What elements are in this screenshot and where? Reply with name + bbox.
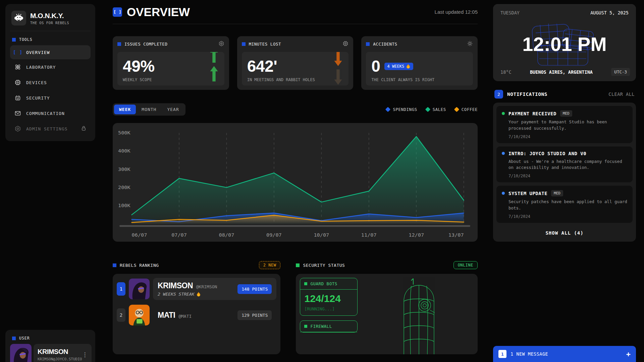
app-name: M.O.N.K.Y. bbox=[30, 12, 69, 20]
svg-text:08/07: 08/07 bbox=[219, 232, 234, 238]
new-message-bar[interactable]: 1 1 NEW MESSAGE + bbox=[493, 346, 636, 362]
sidebar-item-communication[interactable]: COMMUNICATION bbox=[10, 106, 91, 121]
sidebar-item-overview[interactable]: [ ] OVERVIEW bbox=[10, 45, 91, 59]
page-title: OVERVIEW bbox=[127, 5, 190, 19]
stats-row: ISSUES COMPLETED 49% WEEKLY SCOPE bbox=[113, 36, 478, 90]
trend-down-arrows-icon bbox=[334, 52, 342, 85]
ranking-panel: 1 KRIMSON bbox=[113, 274, 280, 354]
tab-week[interactable]: WEEK bbox=[114, 105, 136, 114]
new-count-badge: 2 NEW bbox=[259, 261, 281, 269]
legend-spendings[interactable]: SPENDINGS bbox=[386, 107, 417, 112]
notifications-header: 2 NOTIFICATIONS CLEAR ALL bbox=[494, 90, 635, 99]
sidebar-user-card: USER KRIMSON KRIMSON@JOYCO.STUDIO bbox=[5, 330, 95, 362]
rank-badge: 2 bbox=[117, 308, 125, 322]
nut-icon[interactable] bbox=[218, 41, 224, 48]
online-badge: ONLINE bbox=[453, 261, 478, 269]
clear-all-button[interactable]: CLEAR ALL bbox=[608, 92, 635, 97]
user-menu-dots-icon[interactable]: ⋮ bbox=[82, 351, 88, 358]
guard-bot-wireframe bbox=[364, 278, 474, 350]
notification-intro[interactable]: INTRO: JOYCO STUDIO AND V0 About us - We… bbox=[496, 146, 633, 183]
notification-title: PAYMENT RECEIVED bbox=[508, 111, 556, 116]
notification-system-update[interactable]: SYSTEM UPDATE MED Security patches have … bbox=[496, 186, 633, 223]
temperature: 18°C bbox=[500, 69, 512, 75]
gear-icon[interactable] bbox=[467, 41, 473, 48]
svg-text:09/07: 09/07 bbox=[266, 232, 282, 238]
security-panel: GUARD BOTS 124/124 [RUNNING...] FIREWALL bbox=[296, 274, 478, 354]
notification-date: 7/10/2024 bbox=[508, 214, 627, 219]
clock-time: 12:01 PM bbox=[493, 33, 636, 55]
svg-text:500K: 500K bbox=[118, 130, 130, 135]
svg-text:07/07: 07/07 bbox=[171, 232, 187, 238]
fire-icon bbox=[406, 64, 410, 69]
range-tabs: WEEK MONTH YEAR bbox=[113, 103, 185, 116]
stat-card-issues: ISSUES COMPLETED 49% WEEKLY SCOPE bbox=[113, 36, 229, 90]
sidebar: M.O.N.K.Y. THE OS FOR REBELS TOOLS [ ] O… bbox=[0, 0, 101, 362]
section-title: REBELS RANKING bbox=[120, 263, 159, 268]
message-count-badge: 1 bbox=[498, 350, 506, 358]
svg-text:400K: 400K bbox=[118, 148, 130, 154]
sidebar-item-security[interactable]: SECURITY bbox=[10, 90, 91, 106]
tab-year[interactable]: YEAR bbox=[162, 105, 184, 114]
section-title: SECURITY STATUS bbox=[303, 263, 345, 268]
notification-title: SYSTEM UPDATE bbox=[508, 191, 547, 196]
sidebar-item-admin-settings[interactable]: ADMIN SETTINGS bbox=[10, 121, 91, 136]
points-badge: 148 POINTS bbox=[237, 284, 272, 294]
svg-text:13/07: 13/07 bbox=[448, 232, 464, 238]
rebel-streak: 2 WEEKS STREAK bbox=[158, 292, 217, 297]
user-email: KRIMSON@JOYCO.STUDIO bbox=[38, 357, 82, 361]
notification-payment[interactable]: PAYMENT RECEIVED MED Your payment to Ram… bbox=[496, 106, 633, 143]
avatar bbox=[10, 344, 32, 362]
app-tagline: THE OS FOR REBELS bbox=[30, 21, 69, 25]
rebel-handle: @KRIMSON bbox=[196, 284, 217, 289]
rebel-handle: @MATI bbox=[178, 314, 192, 319]
brackets-icon: [ ] bbox=[14, 50, 21, 55]
legend-coffee[interactable]: COFFEE bbox=[455, 107, 478, 112]
streak-badge: 4 WEEKS bbox=[384, 63, 414, 70]
status-dot bbox=[502, 112, 505, 115]
clock-day: TUESDAY bbox=[500, 10, 520, 15]
notification-date: 7/10/2024 bbox=[508, 174, 627, 178]
stat-title: ACCIDENTS bbox=[373, 42, 397, 47]
rank-badge: 1 bbox=[117, 282, 125, 296]
svg-text:11/07: 11/07 bbox=[361, 232, 377, 238]
svg-text:200K: 200K bbox=[118, 185, 130, 190]
nut-icon bbox=[14, 125, 21, 132]
card-square-icon bbox=[304, 325, 307, 328]
tab-month[interactable]: MONTH bbox=[137, 105, 161, 114]
stat-title: ISSUES COMPLETED bbox=[124, 42, 167, 47]
last-updated: Last updated 12:05 bbox=[435, 9, 478, 15]
diamond-icon bbox=[425, 107, 430, 112]
area-chart[interactable]: 100K200K300K400K500K06/0707/0708/0709/07… bbox=[117, 128, 473, 239]
guard-bots-count: 124/124 bbox=[304, 293, 353, 304]
legend-sales[interactable]: SALES bbox=[426, 107, 446, 112]
avatar bbox=[129, 305, 150, 325]
ranking-row-2[interactable]: 2 bbox=[117, 305, 276, 325]
points-badge: 129 POINTS bbox=[237, 310, 272, 320]
status-dot bbox=[502, 152, 505, 155]
card-square-icon bbox=[366, 42, 370, 46]
show-all-button[interactable]: SHOW ALL (4) bbox=[496, 226, 633, 238]
sidebar-item-laboratory[interactable]: LABORATORY bbox=[10, 59, 91, 75]
user-row: KRIMSON KRIMSON@JOYCO.STUDIO ⋮ bbox=[10, 344, 91, 362]
rebel-name: KRIMSON bbox=[158, 281, 193, 290]
svg-text:100K: 100K bbox=[118, 203, 130, 208]
firewall-box: FIREWALL bbox=[300, 320, 358, 333]
notification-date: 7/10/2024 bbox=[508, 134, 627, 139]
main-header: [ ] OVERVIEW Last updated 12:05 bbox=[113, 0, 478, 24]
rebel-name: MATI bbox=[158, 311, 175, 319]
sidebar-item-devices[interactable]: DEVICES bbox=[10, 75, 91, 90]
chip-icon[interactable] bbox=[342, 41, 348, 48]
location: BUENOS AIRES, ARGENTINA bbox=[512, 69, 611, 75]
plus-icon[interactable]: + bbox=[626, 350, 631, 358]
ranking-row-1[interactable]: 1 KRIMSON bbox=[117, 278, 276, 300]
status-dot bbox=[502, 192, 505, 195]
security-status-section: SECURITY STATUS ONLINE GUARD BOTS 124/12… bbox=[296, 261, 478, 354]
notification-body: About us - We're a healthcare company fo… bbox=[508, 159, 627, 171]
guard-bots-box: GUARD BOTS 124/124 [RUNNING...] bbox=[300, 278, 358, 316]
notification-body: Your payment to Rampant Studio has been … bbox=[508, 119, 627, 132]
rebels-ranking-section: REBELS RANKING 2 NEW 1 bbox=[113, 261, 280, 354]
clock-date: AUGUST 5, 2025 bbox=[590, 10, 629, 15]
stat-card-minutes: MINUTES LOST 642' IN MEETINGS AND RABBIT… bbox=[237, 36, 354, 90]
card-square-icon bbox=[113, 263, 116, 267]
stat-sub: WEEKLY SCOPE bbox=[123, 77, 155, 82]
